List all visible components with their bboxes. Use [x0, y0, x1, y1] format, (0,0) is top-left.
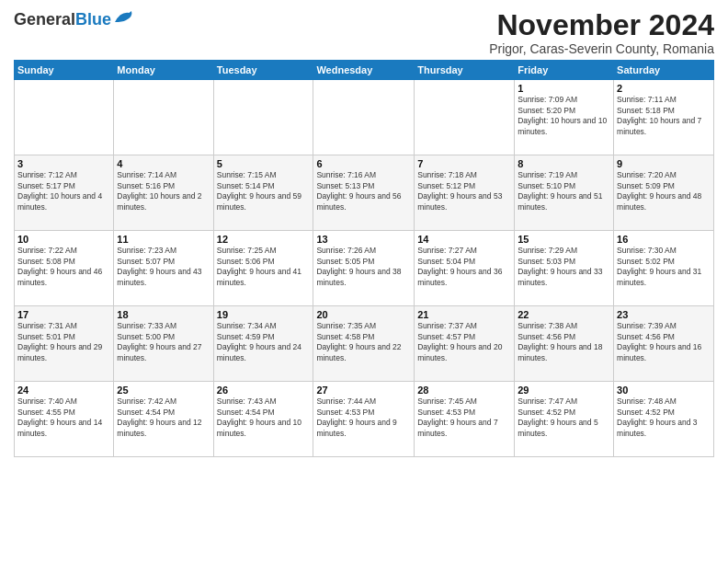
header: GeneralBlue November 2024 Prigor, Caras-…	[14, 9, 714, 56]
day-number: 4	[117, 158, 210, 169]
title-block: November 2024 Prigor, Caras-Severin Coun…	[489, 9, 714, 56]
day-info: Sunrise: 7:14 AM Sunset: 5:16 PM Dayligh…	[117, 170, 210, 213]
day-number: 11	[117, 234, 210, 245]
table-row: 17Sunrise: 7:31 AM Sunset: 5:01 PM Dayli…	[15, 306, 114, 382]
col-thursday: Thursday	[415, 61, 515, 80]
table-row: 24Sunrise: 7:40 AM Sunset: 4:55 PM Dayli…	[15, 382, 114, 457]
table-row	[114, 80, 213, 155]
table-row	[15, 80, 114, 155]
calendar-week-row: 1Sunrise: 7:09 AM Sunset: 5:20 PM Daylig…	[15, 80, 714, 155]
calendar-header-row: Sunday Monday Tuesday Wednesday Thursday…	[15, 61, 714, 80]
table-row: 15Sunrise: 7:29 AM Sunset: 5:03 PM Dayli…	[515, 231, 614, 306]
col-wednesday: Wednesday	[313, 61, 415, 80]
table-row: 21Sunrise: 7:37 AM Sunset: 4:57 PM Dayli…	[415, 306, 515, 382]
day-number: 30	[617, 385, 711, 396]
day-number: 19	[217, 309, 311, 320]
day-info: Sunrise: 7:38 AM Sunset: 4:56 PM Dayligh…	[518, 321, 610, 363]
day-info: Sunrise: 7:39 AM Sunset: 4:56 PM Dayligh…	[617, 321, 711, 363]
table-row: 20Sunrise: 7:35 AM Sunset: 4:58 PM Dayli…	[313, 306, 415, 382]
calendar-week-row: 17Sunrise: 7:31 AM Sunset: 5:01 PM Dayli…	[15, 306, 714, 382]
table-row: 28Sunrise: 7:45 AM Sunset: 4:53 PM Dayli…	[415, 382, 515, 457]
day-info: Sunrise: 7:40 AM Sunset: 4:55 PM Dayligh…	[17, 396, 110, 439]
page-title: November 2024	[489, 9, 714, 41]
day-info: Sunrise: 7:20 AM Sunset: 5:09 PM Dayligh…	[617, 170, 711, 213]
calendar-week-row: 10Sunrise: 7:22 AM Sunset: 5:08 PM Dayli…	[15, 231, 714, 306]
day-number: 25	[117, 385, 210, 396]
table-row: 19Sunrise: 7:34 AM Sunset: 4:59 PM Dayli…	[213, 306, 313, 382]
logo-blue: Blue	[75, 10, 111, 29]
day-info: Sunrise: 7:47 AM Sunset: 4:52 PM Dayligh…	[518, 396, 610, 439]
logo-bird-icon	[113, 9, 133, 26]
table-row: 2Sunrise: 7:11 AM Sunset: 5:18 PM Daylig…	[614, 80, 714, 155]
col-saturday: Saturday	[614, 61, 714, 80]
day-info: Sunrise: 7:23 AM Sunset: 5:07 PM Dayligh…	[117, 246, 210, 288]
day-info: Sunrise: 7:16 AM Sunset: 5:13 PM Dayligh…	[316, 170, 411, 213]
calendar-week-row: 3Sunrise: 7:12 AM Sunset: 5:17 PM Daylig…	[15, 155, 714, 231]
table-row: 10Sunrise: 7:22 AM Sunset: 5:08 PM Dayli…	[15, 231, 114, 306]
day-info: Sunrise: 7:27 AM Sunset: 5:04 PM Dayligh…	[417, 246, 511, 288]
day-info: Sunrise: 7:34 AM Sunset: 4:59 PM Dayligh…	[217, 321, 311, 363]
day-number: 2	[617, 83, 711, 94]
day-number: 24	[17, 385, 110, 396]
col-friday: Friday	[515, 61, 614, 80]
day-number: 27	[316, 385, 411, 396]
day-info: Sunrise: 7:11 AM Sunset: 5:18 PM Dayligh…	[617, 95, 711, 137]
day-number: 18	[117, 309, 210, 320]
day-info: Sunrise: 7:15 AM Sunset: 5:14 PM Dayligh…	[217, 170, 311, 213]
day-number: 17	[17, 309, 110, 320]
day-number: 14	[417, 234, 511, 245]
logo: GeneralBlue	[14, 9, 133, 29]
day-number: 13	[316, 234, 411, 245]
day-info: Sunrise: 7:30 AM Sunset: 5:02 PM Dayligh…	[617, 246, 711, 288]
day-info: Sunrise: 7:37 AM Sunset: 4:57 PM Dayligh…	[417, 321, 511, 363]
day-info: Sunrise: 7:43 AM Sunset: 4:54 PM Dayligh…	[217, 396, 311, 439]
col-monday: Monday	[114, 61, 213, 80]
table-row: 22Sunrise: 7:38 AM Sunset: 4:56 PM Dayli…	[515, 306, 614, 382]
day-info: Sunrise: 7:45 AM Sunset: 4:53 PM Dayligh…	[417, 396, 511, 439]
day-number: 23	[617, 309, 711, 320]
day-number: 8	[518, 158, 610, 169]
day-number: 9	[617, 158, 711, 169]
table-row	[213, 80, 313, 155]
day-number: 16	[617, 234, 711, 245]
day-number: 29	[518, 385, 610, 396]
table-row: 25Sunrise: 7:42 AM Sunset: 4:54 PM Dayli…	[114, 382, 213, 457]
table-row: 3Sunrise: 7:12 AM Sunset: 5:17 PM Daylig…	[15, 155, 114, 231]
table-row: 14Sunrise: 7:27 AM Sunset: 5:04 PM Dayli…	[415, 231, 515, 306]
table-row: 13Sunrise: 7:26 AM Sunset: 5:05 PM Dayli…	[313, 231, 415, 306]
logo-general: General	[14, 10, 75, 29]
day-number: 7	[417, 158, 511, 169]
table-row: 18Sunrise: 7:33 AM Sunset: 5:00 PM Dayli…	[114, 306, 213, 382]
day-number: 28	[417, 385, 511, 396]
page-container: GeneralBlue November 2024 Prigor, Caras-…	[0, 0, 728, 462]
table-row: 5Sunrise: 7:15 AM Sunset: 5:14 PM Daylig…	[213, 155, 313, 231]
col-tuesday: Tuesday	[213, 61, 313, 80]
day-info: Sunrise: 7:44 AM Sunset: 4:53 PM Dayligh…	[316, 396, 411, 439]
table-row: 11Sunrise: 7:23 AM Sunset: 5:07 PM Dayli…	[114, 231, 213, 306]
table-row: 7Sunrise: 7:18 AM Sunset: 5:12 PM Daylig…	[415, 155, 515, 231]
day-info: Sunrise: 7:42 AM Sunset: 4:54 PM Dayligh…	[117, 396, 210, 439]
day-info: Sunrise: 7:31 AM Sunset: 5:01 PM Dayligh…	[17, 321, 110, 363]
day-number: 20	[316, 309, 411, 320]
day-info: Sunrise: 7:48 AM Sunset: 4:52 PM Dayligh…	[617, 396, 711, 439]
day-number: 22	[518, 309, 610, 320]
table-row	[313, 80, 415, 155]
day-info: Sunrise: 7:19 AM Sunset: 5:10 PM Dayligh…	[518, 170, 610, 213]
day-number: 21	[417, 309, 511, 320]
table-row: 1Sunrise: 7:09 AM Sunset: 5:20 PM Daylig…	[515, 80, 614, 155]
table-row: 30Sunrise: 7:48 AM Sunset: 4:52 PM Dayli…	[614, 382, 714, 457]
col-sunday: Sunday	[15, 61, 114, 80]
day-number: 12	[217, 234, 311, 245]
day-number: 1	[518, 83, 610, 94]
table-row: 16Sunrise: 7:30 AM Sunset: 5:02 PM Dayli…	[614, 231, 714, 306]
table-row: 27Sunrise: 7:44 AM Sunset: 4:53 PM Dayli…	[313, 382, 415, 457]
table-row: 4Sunrise: 7:14 AM Sunset: 5:16 PM Daylig…	[114, 155, 213, 231]
page-subtitle: Prigor, Caras-Severin County, Romania	[489, 41, 714, 56]
table-row	[415, 80, 515, 155]
table-row: 9Sunrise: 7:20 AM Sunset: 5:09 PM Daylig…	[614, 155, 714, 231]
day-number: 26	[217, 385, 311, 396]
table-row: 29Sunrise: 7:47 AM Sunset: 4:52 PM Dayli…	[515, 382, 614, 457]
day-info: Sunrise: 7:26 AM Sunset: 5:05 PM Dayligh…	[316, 246, 411, 288]
day-number: 5	[217, 158, 311, 169]
day-number: 10	[17, 234, 110, 245]
